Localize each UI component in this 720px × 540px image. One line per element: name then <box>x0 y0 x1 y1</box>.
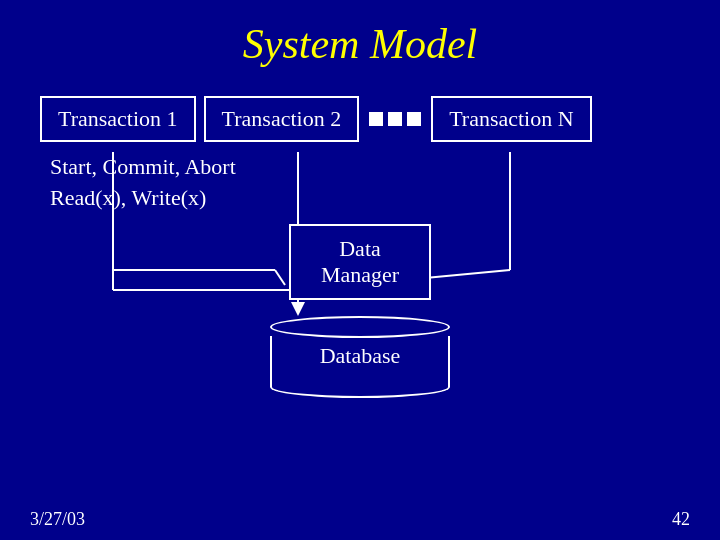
dots-area <box>359 112 431 126</box>
transaction-2-label: Transaction 2 <box>222 106 342 131</box>
db-wrapper: Database <box>270 316 450 400</box>
dot-3 <box>407 112 421 126</box>
operations-line2: Read(x), Write(x) <box>50 183 680 214</box>
db-top-ellipse <box>270 316 450 338</box>
transaction-1-box: Transaction 1 <box>40 96 196 142</box>
footer-date: 3/27/03 <box>30 509 85 530</box>
data-manager-box: DataManager <box>289 224 431 300</box>
transactions-row: Transaction 1 Transaction 2 Transaction … <box>40 96 680 142</box>
dot-2 <box>388 112 402 126</box>
transaction-2-box: Transaction 2 <box>204 96 360 142</box>
transaction-n-box: Transaction N <box>431 96 591 142</box>
database-box: Database <box>270 316 450 400</box>
db-middle: Database <box>270 336 450 376</box>
dot-1 <box>369 112 383 126</box>
slide-title: System Model <box>40 20 680 68</box>
operations-text: Start, Commit, Abort Read(x), Write(x) <box>50 152 680 214</box>
data-manager-label: DataManager <box>321 236 399 287</box>
operations-line1: Start, Commit, Abort <box>50 152 680 183</box>
page-number: 42 <box>672 509 690 530</box>
db-bottom-ellipse <box>270 376 450 398</box>
database-label: Database <box>320 343 401 369</box>
transaction-n-label: Transaction N <box>449 106 573 131</box>
slide: System Model Transaction 1 Transaction 2 <box>0 0 720 540</box>
transaction-1-label: Transaction 1 <box>58 106 178 131</box>
diagram-container: DataManager Database <box>40 224 680 400</box>
